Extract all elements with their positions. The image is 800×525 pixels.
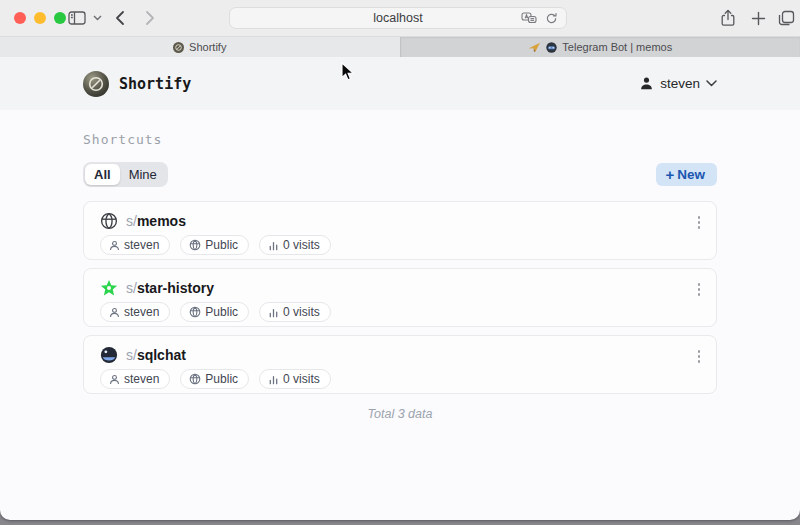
reload-icon[interactable] — [545, 12, 558, 25]
main-content: Shortcuts All Mine + New — [0, 132, 800, 421]
minimize-window-button[interactable] — [34, 12, 46, 24]
paper-plane-icon — [528, 42, 541, 53]
card-menu-kebab-icon[interactable] — [696, 348, 703, 365]
filter-segmented-control: All Mine — [83, 162, 168, 187]
tab-bar: Shortify Telegram Bot | memos — [0, 36, 800, 57]
creator-badge: steven — [100, 235, 170, 255]
user-icon — [639, 76, 654, 91]
address-bar[interactable]: localhost — [229, 7, 567, 29]
creator-badge: steven — [100, 302, 170, 322]
shortify-logo-icon — [83, 71, 109, 97]
total-count-note: Total 3 data — [83, 407, 717, 421]
filter-mine[interactable]: Mine — [120, 164, 166, 185]
shortcut-slug: s/memos — [126, 213, 186, 229]
shortcut-slug: s/star-history — [126, 280, 214, 296]
plus-icon: + — [665, 167, 674, 182]
user-name: steven — [660, 76, 700, 91]
new-tab-plus-icon[interactable] — [746, 0, 770, 36]
new-button-label: New — [677, 167, 705, 182]
new-shortcut-button[interactable]: + New — [656, 163, 717, 186]
user-menu[interactable]: steven — [639, 76, 717, 91]
memos-globe-icon — [100, 212, 118, 230]
shortcut-card-star-history[interactable]: s/star-history steven Public 0 visits — [83, 268, 717, 327]
browser-window: localhost — [0, 0, 800, 520]
person-icon — [109, 240, 120, 251]
visibility-badge: Public — [180, 302, 249, 322]
shortify-favicon — [173, 42, 184, 53]
tab-overview-icon[interactable] — [774, 0, 798, 36]
card-menu-kebab-icon[interactable] — [696, 281, 703, 298]
visits-badge: 0 visits — [259, 302, 331, 322]
shortcut-slug: s/sqlchat — [126, 347, 186, 363]
back-button-icon[interactable] — [108, 0, 132, 36]
creator-badge: steven — [100, 369, 170, 389]
sidebar-chevron-icon[interactable] — [90, 0, 104, 36]
site-header: Shortify steven — [0, 57, 800, 110]
page-title: Shortcuts — [83, 132, 717, 147]
badge-row: steven Public 0 visits — [100, 235, 700, 255]
address-url: localhost — [373, 11, 422, 25]
controls-row: All Mine + New — [83, 162, 717, 187]
memos-bot-favicon — [546, 42, 557, 53]
tab-label: Telegram Bot | memos — [562, 41, 672, 53]
green-star-icon — [100, 279, 118, 297]
close-window-button[interactable] — [14, 12, 26, 24]
badge-row: steven Public 0 visits — [100, 302, 700, 322]
person-icon — [109, 374, 120, 385]
brand-home-link[interactable]: Shortify — [83, 71, 191, 97]
bar-chart-icon — [268, 374, 279, 385]
globe-icon — [189, 306, 201, 318]
person-icon — [109, 307, 120, 318]
shortcut-card-sqlchat[interactable]: s/sqlchat steven Public 0 visits — [83, 335, 717, 394]
visibility-badge: Public — [180, 235, 249, 255]
visits-badge: 0 visits — [259, 235, 331, 255]
visibility-badge: Public — [180, 369, 249, 389]
browser-toolbar: localhost — [0, 0, 800, 36]
card-menu-kebab-icon[interactable] — [696, 214, 703, 231]
bot-avatar-icon — [100, 346, 118, 364]
shortcut-list: s/memos steven Public 0 visits — [83, 201, 717, 394]
forward-button-icon[interactable] — [138, 0, 162, 36]
tab-label: Shortify — [189, 41, 226, 53]
chevron-down-icon — [706, 80, 717, 87]
bar-chart-icon — [268, 240, 279, 251]
sidebar-toggle-icon[interactable] — [64, 0, 90, 36]
bar-chart-icon — [268, 307, 279, 318]
globe-icon — [189, 239, 201, 251]
tab-shortify[interactable]: Shortify — [0, 37, 400, 57]
tab-telegram-bot-memos[interactable]: Telegram Bot | memos — [400, 37, 800, 57]
brand-title: Shortify — [119, 75, 191, 93]
visits-badge: 0 visits — [259, 369, 331, 389]
shortcut-card-memos[interactable]: s/memos steven Public 0 visits — [83, 201, 717, 260]
filter-all[interactable]: All — [85, 164, 120, 185]
traffic-lights — [14, 12, 66, 24]
share-icon[interactable] — [716, 0, 740, 36]
badge-row: steven Public 0 visits — [100, 369, 700, 389]
globe-icon — [189, 373, 201, 385]
translate-icon[interactable] — [521, 12, 537, 24]
